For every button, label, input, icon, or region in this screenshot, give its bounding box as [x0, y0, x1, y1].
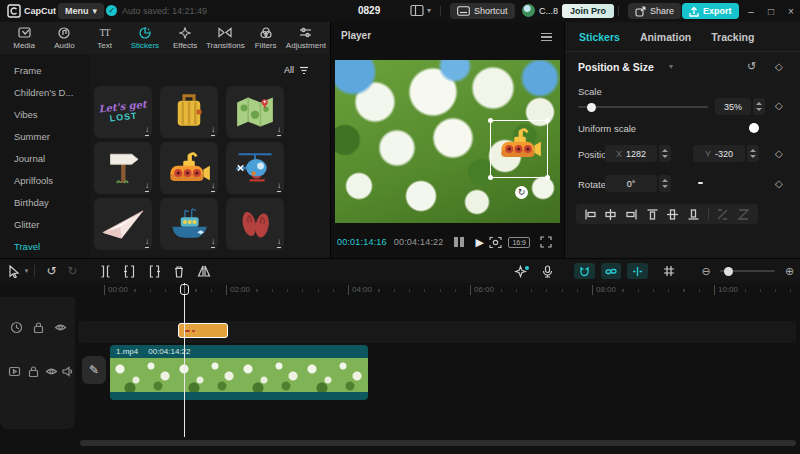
sticker-flip-flops[interactable]: ↓: [226, 198, 284, 250]
tab-stickers[interactable]: Stickers: [125, 27, 165, 50]
frame-step-icon[interactable]: [454, 237, 464, 247]
download-icon[interactable]: ↓: [211, 238, 215, 248]
download-icon[interactable]: ↓: [145, 126, 149, 136]
sticker-filter-all[interactable]: All: [284, 62, 309, 78]
track-mute-icon[interactable]: [61, 365, 74, 378]
delete-icon[interactable]: [169, 265, 190, 278]
video-track-icon[interactable]: [8, 365, 21, 378]
sticker-helicopter[interactable]: ↓: [226, 142, 284, 194]
menu-button[interactable]: Menu ▾: [58, 3, 104, 19]
rotate-value-field[interactable]: 0°: [605, 175, 657, 192]
keyframe-icon[interactable]: ◇: [775, 100, 783, 111]
tab-animation[interactable]: Animation: [640, 31, 691, 43]
category-frame[interactable]: Frame: [0, 60, 90, 82]
sticker-paper-plane[interactable]: ↓: [94, 198, 152, 250]
category-glitter[interactable]: Glitter: [0, 214, 90, 236]
tab-effects[interactable]: Effects: [165, 27, 205, 50]
player-menu-icon[interactable]: [541, 31, 552, 43]
tab-filters[interactable]: Filters: [246, 27, 286, 50]
track-hide-icon[interactable]: [45, 365, 58, 378]
voice-enhance-icon[interactable]: [510, 265, 531, 278]
category-summer[interactable]: Summer: [0, 126, 90, 148]
record-voiceover-icon[interactable]: [537, 265, 558, 278]
snapping-toggle[interactable]: [627, 263, 648, 279]
resize-handle[interactable]: [488, 175, 493, 180]
download-icon[interactable]: ↓: [211, 126, 215, 136]
aspect-ratio-button[interactable]: 16:9: [508, 237, 530, 248]
undo-icon[interactable]: ↺: [41, 264, 62, 278]
minimize-button[interactable]: –: [744, 4, 758, 18]
maximize-button[interactable]: □: [764, 4, 778, 18]
position-x-field[interactable]: X 1282: [605, 145, 657, 162]
tab-audio[interactable]: Audio: [44, 27, 84, 50]
play-button[interactable]: ▶: [476, 236, 484, 249]
horizontal-scrollbar[interactable]: [80, 440, 796, 446]
download-icon[interactable]: ↓: [277, 238, 281, 248]
edit-cover-button[interactable]: ✎: [82, 356, 106, 384]
category-travel[interactable]: Travel: [0, 236, 90, 258]
keyframe-icon[interactable]: ◇: [775, 148, 783, 159]
download-icon[interactable]: ↓: [277, 182, 281, 192]
align-center-horizontal-icon[interactable]: [604, 208, 617, 221]
select-tool-icon[interactable]: [4, 265, 25, 278]
tab-text[interactable]: TT Text: [85, 27, 125, 50]
chevron-down-icon[interactable]: ▾: [25, 267, 29, 275]
resize-handle[interactable]: [488, 118, 493, 123]
timeline-zoom-slider[interactable]: [720, 270, 775, 272]
position-y-stepper[interactable]: [747, 145, 759, 162]
mirror-icon[interactable]: [194, 265, 215, 277]
keyframe-icon[interactable]: ◇: [775, 178, 783, 189]
download-icon[interactable]: ↓: [145, 238, 149, 248]
category-journal[interactable]: Journal: [0, 148, 90, 170]
collapse-caret-icon[interactable]: ▾: [669, 62, 673, 71]
keyframe-icon[interactable]: ◇: [775, 61, 783, 72]
zoom-in-icon[interactable]: ⊕: [779, 265, 800, 278]
scale-stepper[interactable]: [753, 98, 765, 115]
sticker-suitcase[interactable]: ↓: [160, 86, 218, 138]
distribute-vertical-icon[interactable]: [737, 208, 750, 221]
track-lock-icon[interactable]: [32, 321, 45, 334]
fullscreen-icon[interactable]: [540, 236, 552, 248]
tab-transitions[interactable]: Transitions: [205, 27, 245, 50]
track-duration-icon[interactable]: [10, 321, 23, 334]
delete-right-icon[interactable]: [144, 265, 165, 278]
join-pro-button[interactable]: Join Pro: [562, 4, 614, 18]
timeline-ruler[interactable]: 00:00 02:00 04:00 06:00 08:00 10:00: [0, 283, 800, 297]
category-birthday[interactable]: Birthday: [0, 192, 90, 214]
category-childrens-day[interactable]: Children's D...: [0, 82, 90, 104]
tab-tracking[interactable]: Tracking: [711, 31, 754, 43]
close-button[interactable]: ×: [784, 4, 798, 18]
sticker-signpost[interactable]: ↓: [94, 142, 152, 194]
resize-handle[interactable]: [545, 118, 550, 123]
download-icon[interactable]: ↓: [211, 182, 215, 192]
sticker-travel-map[interactable]: ↓: [226, 86, 284, 138]
category-vibes[interactable]: Vibes: [0, 104, 90, 126]
reset-icon[interactable]: ↺: [747, 60, 756, 73]
scale-value-field[interactable]: 35%: [715, 98, 751, 115]
scale-slider-knob[interactable]: [587, 103, 596, 112]
track-hide-icon[interactable]: [54, 321, 67, 334]
position-y-field[interactable]: Y -320: [693, 145, 745, 162]
link-toggle[interactable]: [601, 263, 622, 279]
track-lock-icon[interactable]: [27, 365, 40, 378]
avatar[interactable]: [522, 4, 535, 17]
playhead[interactable]: [184, 283, 185, 437]
align-top-icon[interactable]: [646, 208, 659, 221]
align-bottom-icon[interactable]: [687, 208, 700, 221]
download-icon[interactable]: ↓: [145, 182, 149, 192]
align-center-vertical-icon[interactable]: [666, 208, 679, 221]
split-icon[interactable]: [95, 265, 116, 278]
zoom-out-icon[interactable]: ⊖: [696, 265, 717, 278]
sticker-lets-get-lost[interactable]: Let's get LOST ↓: [94, 86, 152, 138]
rotate-handle[interactable]: ↻: [515, 186, 528, 199]
preview-axis-icon[interactable]: [659, 265, 680, 277]
tab-adjustment[interactable]: Adjustment: [286, 27, 326, 50]
share-button[interactable]: Share: [628, 3, 681, 19]
section-position-size[interactable]: Position & Size: [578, 61, 654, 73]
layout-switch-button[interactable]: ▾: [410, 4, 431, 17]
playhead-handle[interactable]: [180, 284, 189, 295]
category-aprilfools[interactable]: Aprilfools: [0, 170, 90, 192]
video-viewport[interactable]: ↻: [335, 60, 560, 223]
account-name[interactable]: C...8: [539, 6, 558, 16]
align-right-icon[interactable]: [625, 208, 638, 221]
